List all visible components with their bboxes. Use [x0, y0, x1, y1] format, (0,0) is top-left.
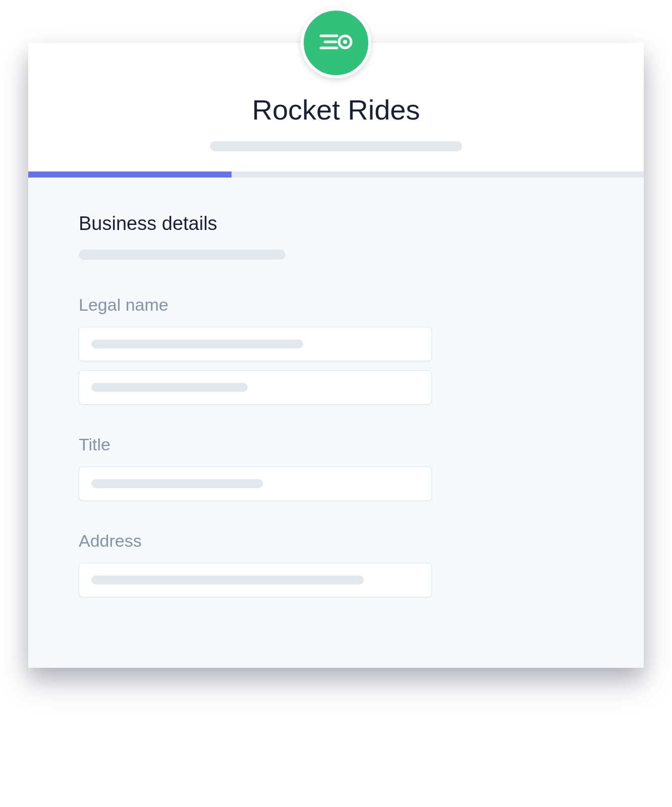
field-group-address: Address: [79, 531, 593, 597]
progress-bar: [28, 171, 644, 178]
legal-name-input-2[interactable]: [79, 370, 432, 405]
address-input[interactable]: [79, 563, 432, 597]
form-body: Business details Legal name Title Addres…: [28, 178, 644, 668]
section-title: Business details: [79, 213, 593, 235]
input-placeholder-skeleton: [91, 479, 263, 488]
progress-fill: [28, 171, 232, 178]
input-placeholder-skeleton: [91, 383, 248, 392]
title-input[interactable]: [79, 467, 432, 501]
app-title: Rocket Rides: [59, 93, 613, 126]
title-label: Title: [79, 435, 593, 454]
input-placeholder-skeleton: [91, 339, 303, 349]
field-group-legal-name: Legal name: [79, 295, 593, 405]
field-group-title: Title: [79, 435, 593, 501]
address-label: Address: [79, 531, 593, 551]
svg-point-1: [343, 40, 347, 44]
brand-logo-badge: [301, 8, 371, 78]
section-subtitle-placeholder: [79, 250, 286, 260]
input-placeholder-skeleton: [91, 575, 364, 585]
rocket-motion-icon: [316, 27, 356, 59]
legal-name-input-1[interactable]: [79, 327, 432, 361]
onboarding-card: Rocket Rides Business details Legal name…: [28, 43, 644, 668]
legal-name-label: Legal name: [79, 295, 593, 315]
subtitle-placeholder: [210, 141, 462, 151]
